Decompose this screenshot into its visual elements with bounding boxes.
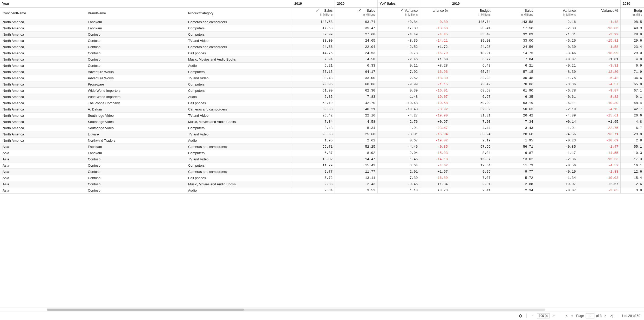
table-row[interactable]: North AmericaSouthridge VideoMusic, Movi… <box>0 119 644 125</box>
cell-p: Cameras and camcorders <box>186 19 292 25</box>
cell-p: Cameras and camcorders <box>186 44 292 50</box>
col-yoy-pct-cut[interactable]: ariance % <box>420 7 450 19</box>
pin-icon[interactable] <box>357 9 362 12</box>
cell-yoypct: -16.79 <box>420 50 450 56</box>
cell-varp19: -5.42 <box>578 75 620 81</box>
table-row[interactable]: North AmericaContosoCameras and camcorde… <box>0 44 644 50</box>
prev-page-icon[interactable]: < <box>570 314 575 318</box>
table-row[interactable]: North AmericaContosoTV and Video33.0024.… <box>0 37 644 44</box>
group-2020b[interactable]: 2020 <box>621 0 644 7</box>
group-2020[interactable]: 2020 <box>335 0 377 7</box>
table-row[interactable]: North AmericaSouthridge VideoTV and Vide… <box>0 112 644 119</box>
table-row[interactable]: North AmericaAdventure WorksTV and Video… <box>0 75 644 81</box>
col-sales-2019b[interactable]: Salesin Millions <box>493 7 535 19</box>
cell-yoy: 2.52 <box>377 75 420 81</box>
cell-c: North America <box>0 69 85 75</box>
last-page-icon[interactable]: >| <box>609 314 614 318</box>
table-row[interactable]: North AmericaFabrikamComputers17.5835.47… <box>0 25 644 31</box>
next-page-icon[interactable]: > <box>603 314 608 318</box>
cell-b: Contoso <box>85 50 186 56</box>
table-row[interactable]: North AmericaContosoCell phones14.7524.5… <box>0 50 644 56</box>
cell-var19: -3.36 <box>535 81 578 87</box>
col-budget-2019[interactable]: Budgetin Millions <box>450 7 492 19</box>
zoom-input[interactable] <box>537 313 550 318</box>
cell-bud19: 57.56 <box>450 143 492 150</box>
col-yoy-var[interactable]: Variancein Millions <box>377 7 420 19</box>
cell-c: North America <box>0 81 85 87</box>
table-row[interactable]: AsiaContosoComputers11.7915.433.64-4.621… <box>0 162 644 168</box>
group-yoy[interactable]: YoY Sales <box>377 0 420 7</box>
table-row[interactable]: North AmericaWide World ImportersCompute… <box>0 87 644 94</box>
table-row[interactable]: North AmericaContosoMusic, Movies and Au… <box>0 56 644 62</box>
measure-sub: in Millions <box>320 13 333 16</box>
cell-varp19: -15.61 <box>578 112 620 119</box>
cell-bud19: 7.20 <box>450 119 492 125</box>
cell-b: Fabrikam <box>85 150 186 156</box>
cell-varp19: -3.31 <box>578 62 620 69</box>
cell-var19: -2.16 <box>535 19 578 25</box>
col-var-2019[interactable]: Variancein Millions <box>535 7 578 19</box>
table-row[interactable]: AsiaContosoAudio2.343.521.18+8.732.412.3… <box>0 187 644 193</box>
cell-p: Computers <box>186 81 292 87</box>
measure-sub: in Millions <box>521 13 533 16</box>
col-varpct-2019[interactable]: Variance % <box>578 7 620 19</box>
cell-b: Contoso <box>85 187 186 193</box>
cell-s20: 33.00 <box>335 75 377 81</box>
cell-yoy: 2.04 <box>377 150 420 156</box>
cell-s19: 7.04 <box>292 56 335 62</box>
cell-s19: 30.48 <box>292 75 335 81</box>
cell-var19: -1.17 <box>535 150 578 156</box>
group-2019b[interactable]: 2019 <box>450 0 620 7</box>
cell-yoypct: -16.89 <box>420 175 450 181</box>
table-row[interactable]: AsiaContosoCameras and camcorders9.7711.… <box>0 168 644 175</box>
cell-yoy: 0.39 <box>377 87 420 94</box>
pin-icon[interactable] <box>399 9 404 12</box>
table-row[interactable]: North AmericaProsewareComputers70.0660.0… <box>0 81 644 87</box>
col-product[interactable]: ProductCategory <box>186 7 292 19</box>
cell-var19: -1.34 <box>535 175 578 181</box>
page-input[interactable] <box>586 313 594 318</box>
table-row[interactable]: North AmericaNorthwind TradersAudio1.952… <box>0 137 644 143</box>
cell-sal19: 6.21 <box>493 62 535 69</box>
cell-c: Asia <box>0 150 85 156</box>
col-sales-2019[interactable]: Salesin Millions <box>292 7 335 19</box>
cell-yoy: -4.46 <box>377 143 420 150</box>
cell-b20: 29.8 <box>621 131 644 137</box>
table-row[interactable]: North AmericaAdventure WorksComputers57.… <box>0 69 644 75</box>
table-row[interactable]: AsiaFabrikamComputers6.878.922.04-15.938… <box>0 150 644 156</box>
gear-icon[interactable] <box>518 314 523 318</box>
cell-b20: 42.7 <box>621 106 644 112</box>
table-row[interactable]: North AmericaLitwareTV and Video28.6825.… <box>0 131 644 137</box>
table-row[interactable]: North AmericaSouthridge VideoComputers3.… <box>0 125 644 131</box>
table-row[interactable]: AsiaFabrikamCameras and camcorders56.715… <box>0 143 644 150</box>
table-row[interactable]: North AmericaContosoAudio6.216.330.11+8.… <box>0 62 644 69</box>
zoom-in-icon[interactable]: + <box>552 314 556 318</box>
col-sales-2020[interactable]: Salesin Millions <box>335 7 377 19</box>
cell-varp19: -22.75 <box>578 125 620 131</box>
pin-icon[interactable] <box>315 9 319 12</box>
table-row[interactable]: North AmericaWide World ImportersAudio6.… <box>0 94 644 100</box>
horizontal-scrollbar[interactable] <box>0 308 644 311</box>
table-row[interactable]: North AmericaA. DatumCameras and camcord… <box>0 106 644 112</box>
cell-c: Asia <box>0 156 85 162</box>
col-continent[interactable]: ContinentName <box>0 7 85 19</box>
table-row[interactable]: North AmericaFabrikamCameras and camcord… <box>0 19 644 25</box>
col-brand[interactable]: BrandName <box>85 7 186 19</box>
first-page-icon[interactable]: |< <box>564 314 568 318</box>
cell-bud19: 20.41 <box>450 25 492 31</box>
table-row[interactable]: AsiaContosoTV and Video13.0214.471.45-14… <box>0 156 644 162</box>
cell-bud19: 33.40 <box>450 31 492 37</box>
cell-yoypct: -19.02 <box>420 137 450 143</box>
cell-bud19: 12.34 <box>450 162 492 168</box>
cell-c: North America <box>0 31 85 37</box>
table-row[interactable]: North AmericaThe Phone CompanyCell phone… <box>0 100 644 106</box>
table-row[interactable]: North AmericaContosoComputers32.0927.60-… <box>0 31 644 37</box>
table-row[interactable]: AsiaContosoCell phones5.7213.117.39-16.8… <box>0 175 644 181</box>
cell-c: Asia <box>0 143 85 150</box>
col-budg-2020-cut[interactable]: Budgin Millic <box>621 7 644 19</box>
table-row[interactable]: AsiaContosoMusic, Movies and Audio Books… <box>0 181 644 187</box>
data-grid[interactable]: Year 2019 2020 YoY Sales 2019 2020 Conti… <box>0 0 644 308</box>
cell-varp19: -4.15 <box>578 106 620 112</box>
group-2019[interactable]: 2019 <box>292 0 335 7</box>
zoom-out-icon[interactable]: − <box>530 314 535 318</box>
